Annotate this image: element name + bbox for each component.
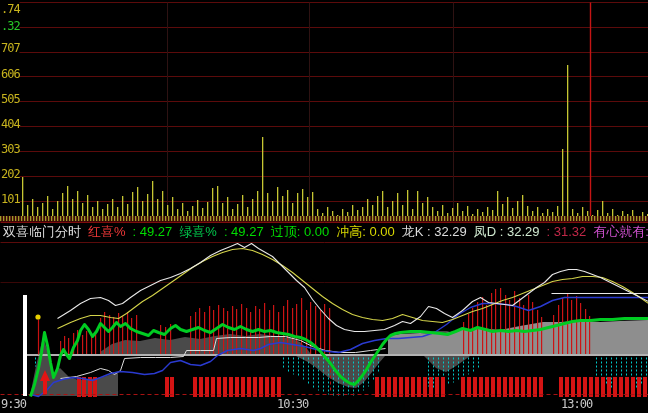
- axis-label-707: 707: [1, 42, 20, 55]
- time-label-1300: 13:00: [561, 397, 592, 411]
- axis-label-606: 606: [1, 68, 20, 81]
- red-pct-label: 红喜%: [88, 224, 126, 239]
- feng-d-value: 凤D : 32.29: [474, 224, 540, 239]
- crimson-value: : 31.32: [547, 224, 587, 239]
- green-pct-label: 绿喜%: [179, 224, 217, 239]
- indicator-title-bar[interactable]: 双喜临门分时红喜%: 49.27绿喜%: 49.27过顶: 0.00冲高: 0.…: [3, 224, 648, 240]
- long-k-value: 龙K : 32.29: [402, 224, 467, 239]
- trading-terminal-screen: .74 .32 707 606 505 404 303 202 101 双喜临门…: [0, 0, 648, 413]
- time-label-0930: 9:30: [1, 397, 26, 411]
- axis-label-303: 303: [1, 143, 20, 156]
- axis-label-101: 101: [1, 193, 20, 206]
- red-pct-value: : 49.27: [133, 224, 173, 239]
- chonggao-value: 冲高: 0.00: [336, 224, 395, 239]
- indicator-name[interactable]: 双喜临门分时: [3, 224, 81, 239]
- wish-text: 有心就有:: [593, 224, 648, 239]
- time-label-1030: 10:30: [277, 397, 308, 411]
- green-pct-value: : 49.27: [224, 224, 264, 239]
- axis-label-404: 404: [1, 118, 20, 131]
- guoding-value: 过顶: 0.00: [271, 224, 330, 239]
- axis-label-202: 202: [1, 168, 20, 181]
- axis-label-505: 505: [1, 93, 20, 106]
- intraday-chart-canvas[interactable]: [0, 0, 648, 413]
- axis-label-top: .74: [1, 3, 20, 16]
- axis-label-green: .32: [1, 20, 20, 33]
